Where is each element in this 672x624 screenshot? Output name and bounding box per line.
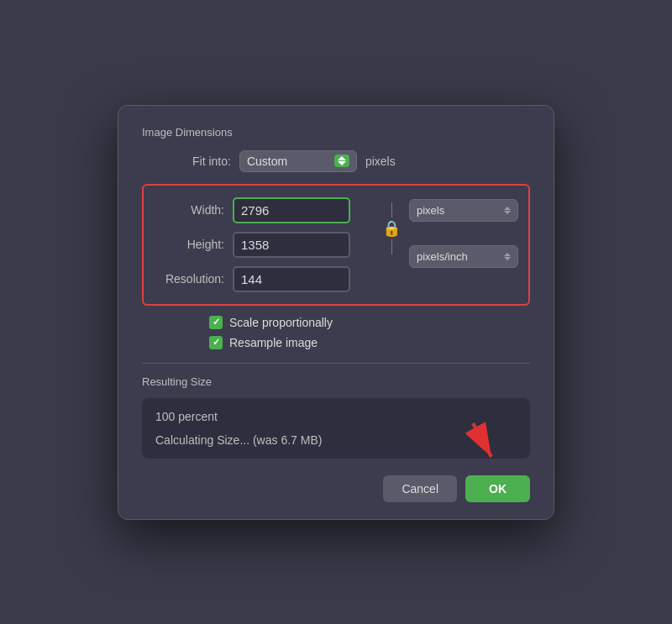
pixels-inch-chevron-down-icon: [504, 257, 511, 260]
red-arrow-indicator: [456, 415, 507, 465]
resample-image-checkbox[interactable]: ✓: [209, 336, 223, 349]
dimensions-box: Width: Height: Resolution: 🔒 pixe: [142, 184, 530, 306]
pixels-inch-chevron-up-icon: [504, 253, 511, 256]
image-dimensions-dialog: Image Dimensions Fit into: Custom pixels…: [118, 105, 554, 520]
height-row: Height:: [157, 232, 374, 258]
scale-proportionally-label: Scale proportionally: [229, 316, 333, 329]
resolution-row: Resolution:: [157, 266, 374, 292]
dimensions-fields: Width: Height: Resolution:: [157, 197, 374, 292]
lock-icon[interactable]: 🔒: [382, 219, 401, 238]
resample-image-label: Resample image: [229, 336, 318, 349]
buttons-row: Cancel OK: [142, 475, 530, 502]
height-label: Height:: [157, 238, 224, 251]
image-dimensions-title: Image Dimensions: [142, 126, 530, 139]
chevron-down-icon: [338, 161, 346, 165]
pixels-inch-dropdown-value: pixels/inch: [417, 250, 468, 263]
width-row: Width:: [157, 197, 374, 223]
width-label: Width:: [157, 203, 224, 217]
ok-button[interactable]: OK: [465, 475, 530, 502]
resolution-label: Resolution:: [157, 272, 224, 286]
pixels-chevrons: [504, 207, 511, 214]
chevron-up-icon: [338, 156, 346, 160]
pixels-inch-dropdown[interactable]: pixels/inch: [409, 245, 518, 268]
height-input[interactable]: [233, 232, 350, 258]
lock-line-bottom: [391, 239, 392, 254]
pixels-label: pixels: [365, 155, 396, 168]
pixels-dropdown[interactable]: pixels: [409, 199, 518, 222]
lock-line-top: [391, 202, 392, 218]
fit-into-dropdown[interactable]: Custom: [239, 150, 357, 172]
pixels-chevron-down-icon: [504, 211, 511, 214]
right-dropdowns: pixels pixels/inch: [409, 197, 518, 268]
resolution-input[interactable]: [233, 266, 350, 292]
scale-proportionally-row: ✓ Scale proportionally: [209, 316, 530, 329]
fit-into-row: Fit into: Custom pixels: [142, 150, 530, 172]
lock-container: 🔒: [382, 197, 401, 254]
pixels-dropdown-value: pixels: [417, 204, 444, 217]
resample-image-row: ✓ Resample image: [209, 336, 530, 349]
resulting-size-title: Resulting Size: [142, 375, 530, 388]
fit-into-label: Fit into:: [192, 155, 231, 168]
pixels-chevron-up-icon: [504, 207, 511, 210]
width-input[interactable]: [233, 197, 350, 223]
fit-into-value: Custom: [247, 155, 287, 168]
pixels-inch-chevrons: [504, 253, 511, 260]
divider: [142, 363, 530, 364]
svg-line-1: [473, 423, 491, 457]
check-icon: ✓: [213, 317, 220, 328]
fit-into-chevrons[interactable]: [334, 155, 349, 167]
check-icon-2: ✓: [213, 337, 220, 348]
checkboxes-section: ✓ Scale proportionally ✓ Resample image: [142, 316, 530, 349]
scale-proportionally-checkbox[interactable]: ✓: [209, 316, 223, 329]
cancel-button[interactable]: Cancel: [383, 475, 457, 502]
